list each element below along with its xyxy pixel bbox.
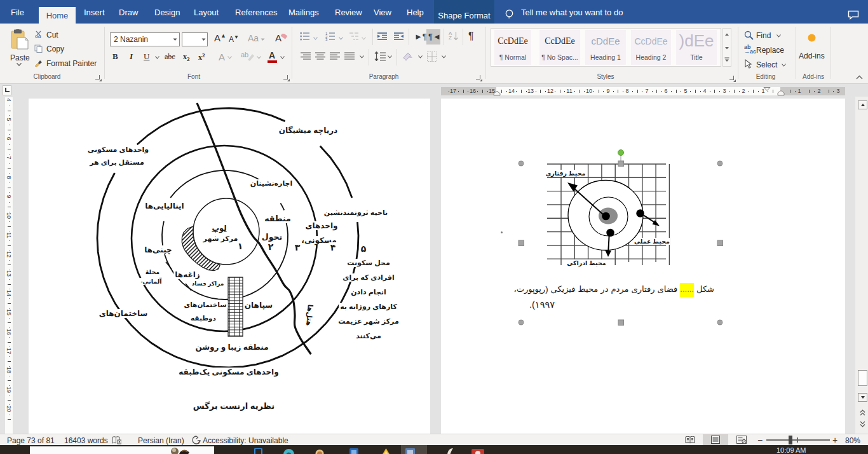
- svg-text:?: ?: [197, 439, 201, 445]
- svg-text:3: 3: [325, 38, 328, 41]
